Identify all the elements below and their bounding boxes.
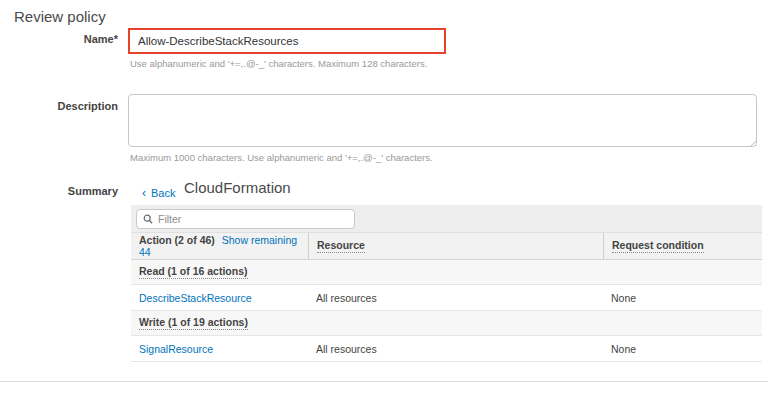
group-row-read: Read (1 of 16 actions) [131, 260, 762, 285]
action-count-label: Action (2 of 46) [139, 234, 215, 246]
back-link[interactable]: ‹Back [142, 186, 175, 200]
table-row: DescribeStackResource All resources None [131, 285, 762, 311]
condition-cell: None [611, 292, 636, 304]
group-row-write: Write (1 of 19 actions) [131, 311, 762, 336]
filter-bar [131, 205, 762, 233]
resource-cell: All resources [316, 292, 377, 304]
resource-header-label: Resource [317, 239, 365, 253]
footer-bar: * Required Cancel Previous Create policy [0, 381, 768, 415]
action-link-signal-resource[interactable]: SignalResource [139, 343, 213, 355]
table-header-row: Action (2 of 46) Show remaining 44 Resou… [131, 233, 762, 260]
filter-input-wrap[interactable] [136, 209, 355, 229]
group-row-read-label: Read (1 of 16 actions) [139, 265, 248, 279]
chevron-left-icon: ‹ [142, 186, 146, 200]
action-link-describe-stack-resource[interactable]: DescribeStackResource [139, 292, 252, 304]
summary-panel: Action (2 of 46) Show remaining 44 Resou… [131, 205, 762, 362]
name-input[interactable] [128, 28, 446, 54]
name-help-text: Use alphanumeric and '+=,.@-_' character… [130, 58, 427, 69]
name-label: Name* [0, 33, 118, 45]
request-condition-header-label: Request condition [612, 239, 704, 253]
search-icon [143, 214, 153, 224]
table-row: SignalResource All resources None [131, 336, 762, 362]
condition-cell: None [611, 343, 636, 355]
column-header-resource: Resource [308, 233, 603, 259]
column-header-request-condition: Request condition [603, 233, 762, 259]
page-title: Review policy [14, 8, 106, 25]
filter-input[interactable] [158, 213, 348, 225]
column-header-action: Action (2 of 46) Show remaining 44 [131, 234, 308, 258]
resource-cell: All resources [316, 343, 377, 355]
description-help-text: Maximum 1000 characters. Use alphanumeri… [130, 152, 433, 163]
description-textarea[interactable] [128, 94, 757, 147]
description-label: Description [0, 100, 118, 112]
group-row-write-label: Write (1 of 19 actions) [139, 316, 248, 330]
summary-label: Summary [0, 185, 118, 197]
service-title: CloudFormation [184, 179, 291, 196]
back-link-label: Back [151, 187, 175, 199]
